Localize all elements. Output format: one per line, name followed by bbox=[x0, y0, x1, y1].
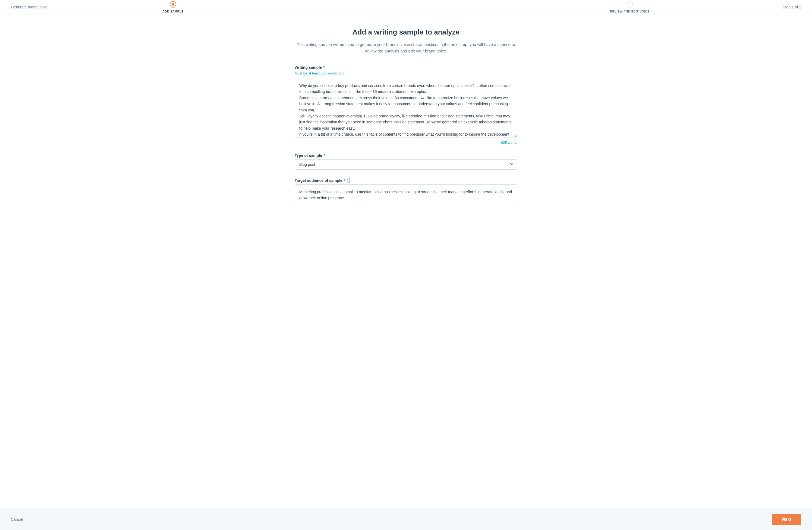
cancel-button[interactable]: Cancel bbox=[11, 517, 23, 521]
page-title: Add a writing sample to analyze bbox=[295, 28, 517, 37]
type-of-sample-select[interactable]: Blog post Website copy Social media post… bbox=[295, 159, 517, 170]
writing-sample-label: Writing sample * bbox=[295, 65, 517, 70]
target-audience-section: Target audience of sample * i Marketing … bbox=[295, 178, 517, 207]
step-2-label: REVIEW AND EDIT VOICE bbox=[610, 10, 650, 13]
target-audience-input[interactable]: Marketing professionals at small to medi… bbox=[295, 184, 517, 206]
app-title: Generate brand voice bbox=[11, 5, 47, 9]
main-content: Add a writing sample to analyze This wri… bbox=[284, 14, 528, 508]
next-button[interactable]: Next bbox=[772, 514, 801, 525]
step-1-label: ADD SAMPLE bbox=[162, 10, 184, 13]
page-description: This writing sample will be used to gene… bbox=[295, 41, 517, 54]
top-bar: Generate brand voice ADD SAMPLE REVIEW A… bbox=[0, 0, 812, 14]
progress-steps: ADD SAMPLE REVIEW AND EDIT VOICE bbox=[162, 1, 650, 13]
footer-bar: Cancel Next bbox=[0, 508, 812, 530]
step-1-circle bbox=[170, 1, 176, 8]
type-of-sample-wrapper: Blog post Website copy Social media post… bbox=[295, 159, 517, 170]
step-indicator: Step 1 of 2 bbox=[783, 5, 801, 9]
step-2-circle bbox=[626, 1, 633, 8]
step-2: REVIEW AND EDIT VOICE bbox=[610, 1, 650, 13]
target-audience-label: Target audience of sample * i bbox=[295, 178, 517, 183]
type-of-sample-section: Type of sample * Blog post Website copy … bbox=[295, 153, 517, 170]
step-1: ADD SAMPLE bbox=[162, 1, 184, 13]
writing-sample-sublabel: Must be at least 500 words long bbox=[295, 71, 517, 75]
info-icon[interactable]: i bbox=[347, 178, 351, 183]
writing-sample-section: Writing sample * Must be at least 500 wo… bbox=[295, 65, 517, 144]
type-of-sample-label: Type of sample * bbox=[295, 153, 517, 158]
step-line bbox=[186, 4, 607, 4]
writing-sample-input[interactable]: Why do you choose to buy products and se… bbox=[295, 78, 517, 138]
writing-sample-wrapper: Why do you choose to buy products and se… bbox=[295, 78, 517, 139]
word-count: 625 words bbox=[295, 140, 517, 144]
